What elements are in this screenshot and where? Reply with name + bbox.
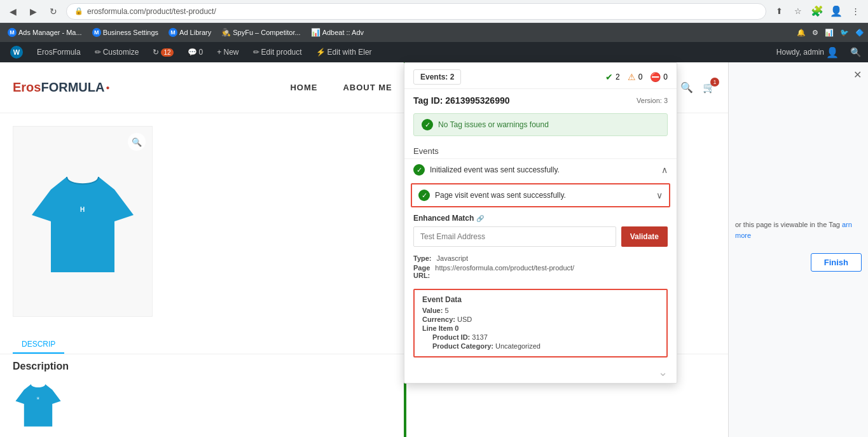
product-image: H 🔍 xyxy=(13,126,153,317)
menu-icon[interactable]: ⋮ xyxy=(848,4,863,19)
back-button[interactable]: ◀ xyxy=(5,4,20,19)
browser-bar: ◀ ▶ ↻ 🔒 erosformula.com/product/test-pro… xyxy=(0,0,868,23)
nav-search-icon[interactable]: 🔍 xyxy=(680,81,693,94)
event-pagevisit-row: ✓ Page visit event was sent successfully… xyxy=(411,183,670,207)
share-icon[interactable]: ⬆ xyxy=(771,4,787,19)
profile-icon[interactable]: 👤 xyxy=(829,4,844,19)
validate-button[interactable]: Validate xyxy=(621,226,668,247)
page-url-row: Page URL: https://erosformula.com/produc… xyxy=(413,264,668,279)
main-area: Eros FORMULA ● HOME ABOUT ME CON 🔍 🛒 1 xyxy=(0,62,868,437)
status-checks: ✔ 2 xyxy=(605,72,620,82)
event2-expand-icon[interactable]: ∨ xyxy=(656,190,663,200)
updates-badge: 12 xyxy=(161,48,173,57)
pixel-popup-header: Events: 2 ✔ 2 ⚠ 0 ⛔ 0 xyxy=(404,63,677,89)
svg-text:H: H xyxy=(80,206,85,213)
tag-id-text: Tag ID: 2613995326990 xyxy=(413,95,510,106)
enhanced-match-label: Enhanced Match 🔗 xyxy=(413,214,668,223)
enhanced-match-row: Validate xyxy=(413,226,668,247)
wp-search-icon[interactable]: 🔍 xyxy=(848,45,863,60)
panel-info-text: or this page is viewable in the Tag arn … xyxy=(735,219,862,240)
site-logo: Eros FORMULA ● xyxy=(13,80,110,95)
event-check-icon-2: ✓ xyxy=(418,190,430,201)
toolbar-row: M Ads Manager - Ma... M Business Setting… xyxy=(0,23,868,42)
extensions-icon[interactable]: 🧩 xyxy=(809,4,825,19)
event-pagevisit-header: ✓ Page visit event was sent successfully… xyxy=(418,190,663,201)
toolbar-icon-5[interactable]: 🔷 xyxy=(855,29,864,37)
toolbar-spyfu[interactable]: 🕵 SpyFu – Competitor... xyxy=(217,27,304,38)
toolbar-ads-manager[interactable]: M Ads Manager - Ma... xyxy=(4,27,86,38)
toolbar-icon-1[interactable]: 🔔 xyxy=(797,29,806,37)
status-errors: ⛔ 0 xyxy=(650,72,668,82)
event-data-product-id: Product ID: 3137 xyxy=(422,333,659,341)
nav-home[interactable]: HOME xyxy=(290,83,317,92)
nav-icons: 🔍 🛒 1 xyxy=(680,81,715,94)
panel-collapse-button[interactable]: ✕ xyxy=(853,69,862,81)
event-details: Type: Javascript Page URL: https://erosf… xyxy=(404,251,677,285)
browser-icons: ⬆ ☆ 🧩 👤 ⋮ xyxy=(771,4,863,19)
toolbar-adbeat[interactable]: 📊 Adbeat :: Adv xyxy=(307,27,368,38)
wp-logo: W xyxy=(10,46,23,59)
right-panel: ✕ or this page is viewable in the Tag ar… xyxy=(728,62,868,437)
wp-admin-bar: W ErosFormula ✏ Customize ↻ 12 💬 0 + New… xyxy=(0,42,868,62)
logo-formula: FORMULA xyxy=(41,80,104,95)
forward-button[interactable]: ▶ xyxy=(25,4,41,19)
wp-edit-with-elementor[interactable]: ⚡ Edit with Eler xyxy=(311,42,377,62)
version-text: Version: 3 xyxy=(637,97,668,104)
wp-logo-item[interactable]: W xyxy=(5,42,28,62)
events-badge: Events: 2 xyxy=(413,69,461,85)
ad-library-icon: M xyxy=(169,28,177,37)
event-pagevisit-left: ✓ Page visit event was sent successfully… xyxy=(418,190,566,201)
no-issues-icon: ✓ xyxy=(422,119,433,130)
event-data-box: Event Data Value: 5 Currency: USD Line I… xyxy=(413,289,668,357)
toolbar-icon-3[interactable]: 📊 xyxy=(825,29,834,37)
nav-about[interactable]: ABOUT ME xyxy=(343,83,392,92)
pixel-popup: Events: 2 ✔ 2 ⚠ 0 ⛔ 0 Tag ID: 261 xyxy=(404,62,677,384)
ads-manager-icon: M xyxy=(8,28,17,37)
address-bar[interactable]: 🔒 erosformula.com/product/test-product/ xyxy=(66,3,766,20)
panel-close-area: ✕ xyxy=(735,69,862,81)
event-check-icon-1: ✓ xyxy=(413,164,425,176)
tshirt-image: H xyxy=(32,164,134,279)
svg-text:H: H xyxy=(37,397,39,400)
toolbar-ad-library[interactable]: M Ad Library xyxy=(165,27,215,38)
wp-site-name[interactable]: ErosFormula xyxy=(32,42,86,62)
business-settings-icon: M xyxy=(92,28,101,37)
event-data-currency: Currency: USD xyxy=(422,316,659,323)
description-tab[interactable]: DESCRIP xyxy=(13,336,64,354)
no-issues-bar: ✓ No Tag issues or warnings found xyxy=(413,113,668,136)
toolbar-icon-4[interactable]: 🐦 xyxy=(840,29,849,37)
wp-howdy[interactable]: Howdy, admin 👤 xyxy=(771,42,844,62)
external-link-icon: 🔗 xyxy=(476,215,484,222)
status-warnings: ⚠ 0 xyxy=(628,72,643,82)
wp-comments[interactable]: 💬 0 xyxy=(183,42,209,62)
event-initialized-row: ✓ Initialized event was sent successfull… xyxy=(404,158,677,181)
toolbar-business-settings[interactable]: M Business Settings xyxy=(88,27,162,38)
wp-new[interactable]: + New xyxy=(212,42,244,62)
wp-edit-product[interactable]: ✏ Edit product xyxy=(248,42,307,62)
enhanced-match-section: Enhanced Match 🔗 Validate xyxy=(404,210,677,251)
url-text: erosformula.com/product/test-product/ xyxy=(87,7,216,16)
bookmark-icon[interactable]: ☆ xyxy=(790,4,806,19)
finish-button-area: Finish xyxy=(735,253,862,272)
toolbar-icon-2[interactable]: ⚙ xyxy=(812,29,818,37)
type-row: Type: Javascript xyxy=(413,254,668,262)
event-initialized-left: ✓ Initialized event was sent successfull… xyxy=(413,164,560,176)
event-data-value: Value: 5 xyxy=(422,307,659,314)
event-data-title: Event Data xyxy=(422,295,659,304)
reload-button[interactable]: ↻ xyxy=(46,4,61,19)
product-search-overlay[interactable]: 🔍 xyxy=(128,133,146,151)
wp-updates[interactable]: ↻ 12 xyxy=(148,42,178,62)
logo-eros: Eros xyxy=(13,80,41,95)
nav-cart-icon[interactable]: 🛒 1 xyxy=(703,81,715,94)
scroll-indicator: ⌄ xyxy=(404,361,677,383)
tag-id-row: Tag ID: 2613995326990 Version: 3 xyxy=(404,89,677,108)
event-data-line-item: Line Item 0 xyxy=(422,324,659,332)
finish-button[interactable]: Finish xyxy=(811,253,862,272)
cart-badge: 1 xyxy=(710,78,719,87)
product-thumbnail-small: H xyxy=(0,378,728,431)
events-section-label: Events xyxy=(404,141,677,158)
panel-spacer xyxy=(735,86,862,213)
email-input[interactable] xyxy=(413,226,616,247)
event1-collapse-icon[interactable]: ∧ xyxy=(661,165,668,175)
wp-customize[interactable]: ✏ Customize xyxy=(90,42,144,62)
